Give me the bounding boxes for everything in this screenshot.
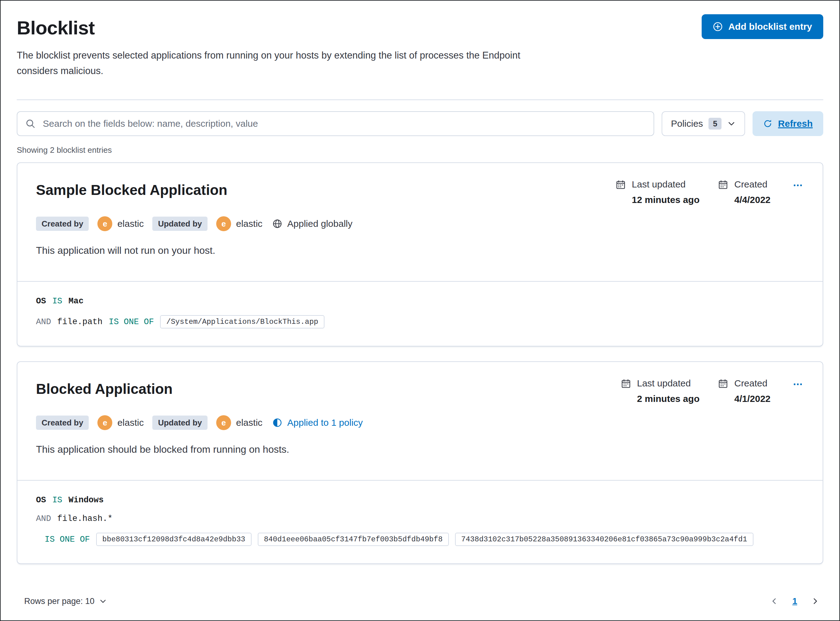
blocklist-entry-card: Blocked Application Last updated 2 minut… bbox=[17, 361, 823, 564]
condition-value-chip: /System/Applications/BlockThis.app bbox=[160, 315, 325, 329]
applied-globally-label: Applied globally bbox=[287, 218, 352, 229]
entry-conditions: OS IS Windows AND file.hash.* IS ONE OF … bbox=[17, 481, 823, 563]
avatar: e bbox=[216, 415, 231, 430]
condition-line: OS IS Windows bbox=[36, 495, 804, 505]
chevron-right-icon bbox=[811, 597, 820, 606]
calendar-icon bbox=[718, 180, 728, 205]
chevron-left-icon bbox=[770, 597, 779, 606]
condition-conjunction: AND bbox=[36, 514, 51, 523]
updated-by-badge: Updated by bbox=[152, 217, 208, 231]
previous-page-button[interactable] bbox=[769, 595, 780, 607]
condition-operator: IS bbox=[52, 495, 62, 505]
entry-attribution-row: Created by e elastic Updated by e elasti… bbox=[36, 415, 804, 430]
condition-conjunction: AND bbox=[36, 317, 51, 327]
globe-icon bbox=[272, 219, 282, 229]
refresh-label: Refresh bbox=[778, 118, 813, 129]
blocklist-entry-card: Sample Blocked Application Last updated … bbox=[17, 162, 823, 347]
calendar-icon bbox=[616, 180, 626, 205]
refresh-button[interactable]: Refresh bbox=[752, 111, 823, 136]
last-updated-label: Last updated bbox=[637, 378, 700, 389]
condition-field: OS bbox=[36, 495, 46, 505]
page-header: Blocklist Add blocklist entry bbox=[17, 14, 823, 39]
created-value: 4/1/2022 bbox=[734, 394, 770, 404]
updated-by-user: elastic bbox=[236, 218, 263, 229]
entry-meta: Last updated 12 minutes ago Created 4/4/… bbox=[616, 176, 804, 205]
chevron-down-icon bbox=[99, 597, 107, 605]
avatar: e bbox=[216, 216, 231, 231]
updated-by-badge: Updated by bbox=[152, 415, 208, 430]
toolbar: Policies 5 Refresh bbox=[17, 111, 823, 136]
condition-operator: IS ONE OF bbox=[109, 317, 154, 327]
calendar-icon bbox=[621, 379, 631, 404]
entry-title: Blocked Application bbox=[36, 380, 172, 397]
applied-globally-indicator: Applied globally bbox=[272, 218, 352, 229]
created-by-badge: Created by bbox=[36, 217, 89, 231]
search-box bbox=[17, 111, 654, 136]
plus-in-circle-icon bbox=[713, 22, 723, 32]
entry-description: This application should be blocked from … bbox=[36, 444, 804, 455]
entry-actions-menu-button[interactable] bbox=[791, 179, 804, 194]
applied-to-policy-label: Applied to 1 policy bbox=[287, 417, 363, 428]
search-input[interactable] bbox=[41, 118, 646, 130]
rows-per-page-label: Rows per page: 10 bbox=[24, 597, 95, 606]
rows-per-page-button[interactable]: Rows per page: 10 bbox=[20, 596, 111, 607]
header-divider bbox=[17, 100, 823, 100]
page-title: Blocklist bbox=[17, 17, 95, 39]
policies-filter-button[interactable]: Policies 5 bbox=[662, 111, 745, 136]
condition-value-chip: 7438d3102c317b05228a350891363340206e81cf… bbox=[455, 533, 753, 546]
policies-filter-label: Policies bbox=[671, 118, 703, 129]
condition-line: IS ONE OF bbe80313cf12098d3fc4d8a42e9dbb… bbox=[36, 533, 804, 546]
next-page-button[interactable] bbox=[810, 595, 821, 607]
condition-value: Mac bbox=[68, 297, 84, 306]
created-meta: Created 4/4/2022 bbox=[718, 179, 770, 205]
last-updated-value: 12 minutes ago bbox=[632, 195, 699, 205]
applied-to-policy-link[interactable]: Applied to 1 policy bbox=[272, 417, 363, 428]
created-label: Created bbox=[734, 378, 770, 389]
last-updated-meta: Last updated 2 minutes ago bbox=[621, 378, 700, 404]
last-updated-label: Last updated bbox=[632, 179, 699, 190]
partial-circle-icon bbox=[272, 418, 282, 428]
entry-attribution-row: Created by e elastic Updated by e elasti… bbox=[36, 216, 804, 231]
blocklist-page: Blocklist Add blocklist entry The blockl… bbox=[1, 1, 839, 620]
three-dots-horizontal-icon bbox=[793, 379, 803, 389]
add-blocklist-entry-button[interactable]: Add blocklist entry bbox=[702, 14, 823, 39]
policies-count-badge: 5 bbox=[708, 118, 722, 130]
list-footer: Rows per page: 10 1 bbox=[17, 595, 823, 608]
created-label: Created bbox=[734, 179, 770, 190]
three-dots-horizontal-icon bbox=[793, 180, 803, 190]
last-updated-value: 2 minutes ago bbox=[637, 394, 700, 404]
entry-title: Sample Blocked Application bbox=[36, 182, 227, 198]
avatar: e bbox=[97, 415, 112, 430]
calendar-icon bbox=[718, 379, 728, 404]
condition-value-chip: bbe80313cf12098d3fc4d8a42e9dbb33 bbox=[96, 533, 252, 546]
condition-line: AND file.path IS ONE OF /System/Applicat… bbox=[36, 315, 804, 329]
created-by-badge: Created by bbox=[36, 415, 89, 430]
condition-operator: IS bbox=[52, 297, 62, 306]
entry-conditions: OS IS Mac AND file.path IS ONE OF /Syste… bbox=[17, 282, 823, 346]
condition-field: file.path bbox=[58, 317, 103, 327]
condition-field: file.hash.* bbox=[58, 514, 112, 523]
page-number-button[interactable]: 1 bbox=[792, 596, 797, 606]
pagination: 1 bbox=[769, 595, 821, 607]
last-updated-meta: Last updated 12 minutes ago bbox=[616, 179, 699, 205]
condition-value-chip: 840d1eee06baa05cf3147fb7ef003b5dfdb49bf8 bbox=[258, 533, 449, 546]
condition-value: Windows bbox=[68, 495, 103, 505]
page-description: The blocklist prevents selected applicat… bbox=[17, 48, 538, 79]
entry-meta: Last updated 2 minutes ago Created 4/1/2… bbox=[621, 374, 804, 404]
entry-actions-menu-button[interactable] bbox=[791, 378, 804, 392]
created-value: 4/4/2022 bbox=[734, 195, 770, 205]
showing-entries-count: Showing 2 blocklist entries bbox=[17, 145, 823, 155]
updated-by-user: elastic bbox=[236, 417, 263, 428]
refresh-icon bbox=[763, 119, 772, 128]
condition-line: AND file.hash.* bbox=[36, 514, 804, 523]
chevron-down-icon bbox=[727, 119, 736, 128]
condition-operator: IS ONE OF bbox=[45, 535, 90, 544]
condition-field: OS bbox=[36, 297, 46, 306]
created-by-user: elastic bbox=[117, 417, 144, 428]
created-by-user: elastic bbox=[117, 218, 144, 229]
add-blocklist-entry-label: Add blocklist entry bbox=[728, 21, 812, 32]
search-icon bbox=[26, 119, 35, 129]
avatar: e bbox=[97, 216, 112, 231]
created-meta: Created 4/1/2022 bbox=[718, 378, 770, 404]
entry-description: This application will not run on your ho… bbox=[36, 245, 804, 256]
